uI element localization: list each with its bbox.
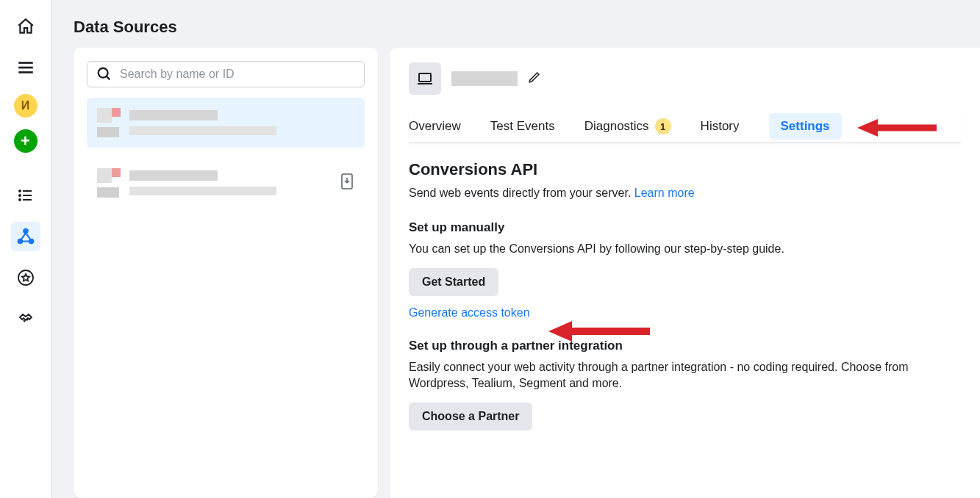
partner-title: Set up through a partner integration [409, 339, 961, 353]
svg-point-5 [19, 195, 21, 196]
manual-desc: You can set up the Conversions API by fo… [409, 241, 961, 257]
manual-title: Set up manually [409, 220, 961, 235]
data-source-label [129, 110, 354, 135]
search-input[interactable] [120, 68, 355, 81]
account-avatar[interactable]: И [14, 94, 37, 118]
data-sources-icon[interactable] [11, 222, 40, 251]
tab-diagnostics-label: Diagnostics [584, 119, 649, 134]
svg-rect-16 [419, 73, 431, 82]
data-source-item[interactable] [87, 98, 365, 148]
choose-partner-button[interactable]: Choose a Partner [409, 403, 532, 430]
home-icon[interactable] [11, 12, 40, 41]
tab-overview[interactable]: Overview [409, 113, 461, 140]
tab-settings[interactable]: Settings [769, 113, 842, 140]
search-icon [96, 66, 112, 82]
install-icon[interactable] [340, 173, 354, 193]
diagnostics-badge: 1 [655, 118, 671, 134]
handshake-icon[interactable] [11, 304, 40, 333]
data-source-label [129, 170, 329, 195]
conversions-api-title: Conversions API [409, 160, 961, 179]
svg-point-3 [19, 190, 21, 192]
conversions-api-desc: Send web events directly from your serve… [409, 185, 961, 201]
star-icon[interactable] [11, 263, 40, 292]
tabs: Overview Test Events Diagnostics 1 Histo… [409, 112, 961, 142]
svg-point-13 [99, 68, 108, 78]
svg-point-9 [24, 229, 27, 233]
data-source-thumb [97, 168, 119, 198]
data-source-thumb [97, 108, 119, 137]
datasource-header [409, 62, 961, 95]
learn-more-link[interactable]: Learn more [634, 187, 695, 199]
menu-icon[interactable] [11, 53, 40, 82]
laptop-icon [409, 62, 441, 95]
settings-panel: Overview Test Events Diagnostics 1 Histo… [390, 48, 980, 498]
edit-icon[interactable] [528, 71, 541, 87]
search-input-wrap[interactable] [87, 61, 365, 87]
tab-history[interactable]: History [701, 113, 740, 140]
datasource-name [451, 71, 518, 86]
add-icon[interactable]: + [14, 129, 37, 153]
data-source-item[interactable] [87, 158, 365, 208]
svg-point-7 [19, 199, 21, 201]
left-rail: И + [0, 0, 51, 498]
list-icon[interactable] [11, 181, 40, 210]
tab-diagnostics[interactable]: Diagnostics 1 [584, 112, 671, 140]
annotation-arrow-settings [857, 115, 938, 140]
svg-line-14 [107, 76, 110, 80]
get-started-button[interactable]: Get Started [409, 268, 498, 296]
page-title: Data Sources [51, 0, 980, 48]
generate-access-token-link[interactable]: Generate access token [409, 306, 961, 320]
main-content: Data Sources [51, 0, 980, 498]
data-sources-list-panel [74, 48, 378, 498]
partner-desc: Easily connect your web activity through… [409, 359, 961, 392]
tab-test-events[interactable]: Test Events [490, 113, 555, 140]
